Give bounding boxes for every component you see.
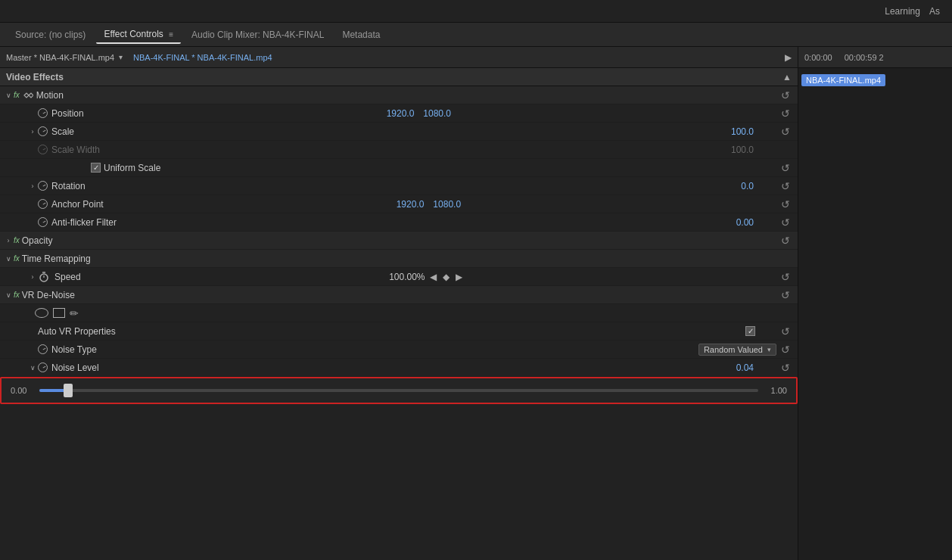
time-remapping-label: Time Remapping bbox=[22, 254, 91, 264]
oval-tool[interactable] bbox=[35, 308, 48, 318]
vr-denoise-group-row: ∨ fx VR De-Noise ↺ bbox=[0, 286, 798, 304]
anchor-values: 1920.0 1080.0 bbox=[397, 199, 461, 210]
anti-flicker-stopwatch[interactable] bbox=[38, 217, 48, 227]
tab-source[interactable]: Source: (no clips) bbox=[8, 26, 93, 43]
noise-level-value[interactable]: 0.04 bbox=[736, 362, 754, 373]
speed-expand[interactable]: › bbox=[27, 273, 38, 281]
clip-selector-bar: Master * NBA-4K-FINAL.mp4 ▾ NBA-4K-FINAL… bbox=[0, 47, 798, 68]
timeline-clip[interactable]: NBA-4K-FINAL.mp4 bbox=[801, 74, 885, 86]
anchor-label: Anchor Point bbox=[51, 199, 104, 210]
tab-audio-clip-mixer[interactable]: Audio Clip Mixer: NBA-4K-FINAL bbox=[184, 26, 331, 43]
scale-width-label: Scale Width bbox=[51, 145, 100, 155]
position-x[interactable]: 1920.0 bbox=[387, 108, 415, 119]
position-reset[interactable]: ↺ bbox=[776, 107, 795, 120]
rotation-value[interactable]: 0.0 bbox=[741, 181, 754, 191]
position-stopwatch[interactable] bbox=[38, 108, 48, 118]
workspace-label2: As bbox=[929, 6, 940, 17]
auto-vr-label: Auto VR Properties bbox=[38, 326, 116, 337]
scale-stopwatch[interactable] bbox=[38, 126, 48, 136]
scale-value[interactable]: 100.0 bbox=[731, 126, 754, 137]
tab-effect-controls[interactable]: Effect Controls ≡ bbox=[96, 26, 181, 44]
position-y[interactable]: 1080.0 bbox=[423, 108, 451, 119]
noise-level-expand[interactable]: ∨ bbox=[27, 364, 38, 372]
time-remapping-expand[interactable]: ∨ bbox=[3, 255, 14, 263]
tab-metadata[interactable]: Metadata bbox=[334, 26, 387, 43]
tab-bar: Source: (no clips) Effect Controls ≡ Aud… bbox=[0, 23, 952, 47]
noise-type-reset[interactable]: ↺ bbox=[776, 344, 795, 356]
opacity-expand[interactable]: › bbox=[3, 237, 14, 244]
noise-type-row: Noise Type Random Valued ▾ ↺ bbox=[0, 341, 798, 359]
pen-tool[interactable]: ✏ bbox=[70, 307, 79, 319]
effects-list: ∨ fx Motion ↺ Position 1920.0 1080.0 bbox=[0, 86, 798, 560]
active-clip-label[interactable]: NBA-4K-FINAL * NBA-4K-FINAL.mp4 bbox=[133, 53, 272, 62]
left-panel: Master * NBA-4K-FINAL.mp4 ▾ NBA-4K-FINAL… bbox=[0, 47, 798, 560]
uniform-scale-label: Uniform Scale bbox=[104, 163, 160, 173]
anti-flicker-label: Anti-flicker Filter bbox=[51, 217, 117, 228]
uniform-scale-row: Uniform Scale ↺ bbox=[0, 159, 798, 177]
rotation-label: Rotation bbox=[51, 181, 86, 191]
master-clip-label: Master * NBA-4K-FINAL.mp4 bbox=[6, 53, 114, 62]
noise-type-dropdown[interactable]: Random Valued ▾ bbox=[698, 344, 776, 356]
anchor-y[interactable]: 1080.0 bbox=[433, 199, 461, 210]
video-effects-header: Video Effects ▲ bbox=[0, 68, 798, 86]
noise-level-row: ∨ Noise Level 0.04 ↺ bbox=[0, 359, 798, 377]
scale-reset[interactable]: ↺ bbox=[776, 126, 795, 138]
anchor-stopwatch[interactable] bbox=[38, 199, 48, 209]
shape-tools: ✏ bbox=[35, 307, 79, 319]
anti-flicker-row: Anti-flicker Filter 0.00 ↺ bbox=[0, 213, 798, 232]
auto-vr-checkbox[interactable] bbox=[745, 326, 755, 336]
speed-row: › Speed 100.00% ◀ ◆ ▶ ↺ bbox=[0, 268, 798, 286]
timeline-arrow[interactable]: ▶ bbox=[785, 52, 792, 63]
noise-level-reset[interactable]: ↺ bbox=[776, 362, 795, 374]
scale-width-row: Scale Width 100.0 ↺ bbox=[0, 141, 798, 159]
slider-thumb[interactable] bbox=[64, 384, 73, 397]
motion-label: Motion bbox=[36, 90, 64, 101]
position-values: 1920.0 1080.0 bbox=[387, 108, 451, 119]
opacity-group-row: › fx Opacity ↺ bbox=[0, 232, 798, 250]
rotation-reset[interactable]: ↺ bbox=[776, 180, 795, 192]
auto-vr-reset[interactable]: ↺ bbox=[776, 325, 795, 338]
scale-expand[interactable]: › bbox=[27, 128, 38, 135]
rect-tool[interactable] bbox=[53, 308, 65, 318]
slider-track[interactable] bbox=[39, 389, 758, 392]
uniform-scale-checkbox[interactable] bbox=[91, 163, 101, 173]
speed-stopwatch[interactable] bbox=[38, 271, 50, 283]
speed-reset[interactable]: ↺ bbox=[776, 271, 795, 283]
master-clip-dropdown[interactable]: ▾ bbox=[119, 53, 123, 61]
motion-reset[interactable]: ↺ bbox=[776, 89, 795, 101]
speed-diamond-btn[interactable]: ◆ bbox=[441, 272, 451, 282]
workspace-label: Learning bbox=[885, 6, 920, 17]
noise-level-label: Noise Level bbox=[51, 362, 99, 373]
anchor-reset[interactable]: ↺ bbox=[776, 198, 795, 210]
position-label: Position bbox=[51, 108, 84, 119]
rotation-stopwatch[interactable] bbox=[38, 181, 48, 191]
speed-next-btn[interactable]: ▶ bbox=[454, 272, 464, 282]
noise-type-dropdown-arrow: ▾ bbox=[767, 346, 771, 353]
top-bar: Learning As bbox=[0, 0, 952, 23]
uniform-scale-reset[interactable]: ↺ bbox=[776, 162, 795, 174]
anchor-x[interactable]: 1920.0 bbox=[397, 199, 425, 210]
speed-prev-btn[interactable]: ◀ bbox=[428, 272, 438, 282]
scale-row: › Scale 100.0 ↺ bbox=[0, 123, 798, 141]
vr-denoise-reset[interactable]: ↺ bbox=[776, 289, 795, 301]
noise-level-stopwatch[interactable] bbox=[38, 362, 48, 372]
section-scroll-btn[interactable]: ▲ bbox=[782, 72, 792, 82]
noise-type-stopwatch[interactable] bbox=[38, 344, 48, 354]
anti-flicker-value[interactable]: 0.00 bbox=[736, 217, 754, 228]
scale-width-stopwatch bbox=[38, 145, 48, 154]
opacity-reset[interactable]: ↺ bbox=[776, 235, 795, 247]
opacity-label: Opacity bbox=[22, 235, 53, 246]
rotation-expand[interactable]: › bbox=[27, 182, 38, 190]
timeline-time-end: 00:00:59 2 bbox=[845, 53, 884, 62]
speed-value[interactable]: 100.00% bbox=[389, 272, 425, 282]
vr-denoise-expand[interactable]: ∨ bbox=[3, 291, 14, 299]
timeline-header: 0:00:00 00:00:59 2 bbox=[798, 47, 952, 68]
slider-min: 0.00 bbox=[11, 386, 33, 395]
anti-flicker-reset[interactable]: ↺ bbox=[776, 216, 795, 229]
tab-menu-icon[interactable]: ≡ bbox=[169, 30, 173, 39]
vr-denoise-label: VR De-Noise bbox=[22, 290, 75, 300]
motion-expand[interactable]: ∨ bbox=[3, 92, 14, 99]
vr-denoise-tools-row: ✏ bbox=[0, 304, 798, 322]
noise-level-slider-row[interactable]: 0.00 1.00 bbox=[0, 377, 798, 404]
time-remapping-group-row: ∨ fx Time Remapping bbox=[0, 250, 798, 268]
